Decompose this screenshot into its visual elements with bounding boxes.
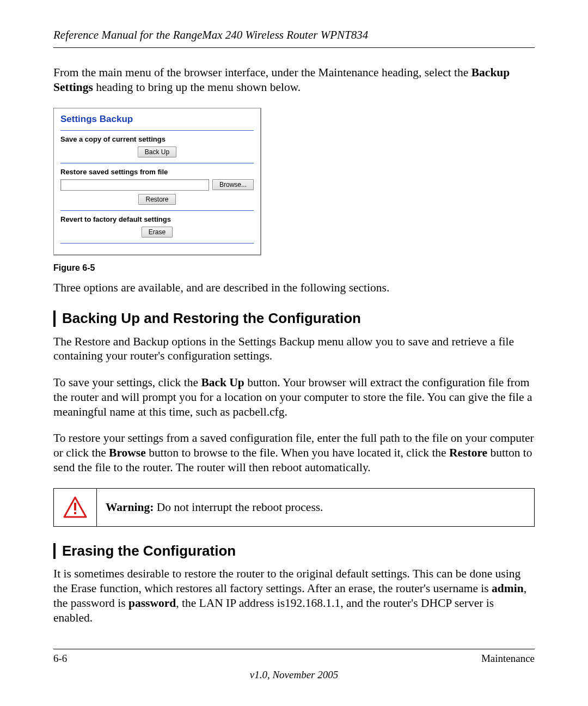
warning-text: Warning: Do not interrupt the reboot pro… (97, 489, 534, 526)
s1p3-b: button to browse to the file. When you h… (146, 446, 449, 459)
s2p1-bold1: admin (492, 582, 524, 595)
intro-paragraph: From the main menu of the browser interf… (53, 65, 535, 95)
restore-file-input[interactable] (60, 179, 209, 191)
panel-sep-1 (60, 130, 254, 131)
figure-label: Figure 6-5 (53, 263, 535, 273)
s2p1-bold2: password (128, 597, 176, 610)
backup-button[interactable]: Back Up (138, 147, 176, 157)
s1p3-bold1: Browse (109, 446, 146, 459)
section1-p1: The Restore and Backup options in the Se… (53, 334, 535, 364)
restore-button[interactable]: Restore (138, 194, 175, 205)
page-footer: 6-6 Maintenance v1.0, November 2005 (53, 649, 535, 681)
section1-p3: To restore your settings from a saved co… (53, 431, 535, 475)
section1-title: Backing Up and Restoring the Configurati… (62, 311, 361, 327)
page-number: 6-6 (53, 653, 67, 665)
warning-box: Warning: Do not interrupt the reboot pro… (53, 488, 535, 527)
s2p1-a: It is sometimes desirable to restore the… (53, 567, 520, 595)
header-rule (53, 47, 535, 48)
section-bar-2 (53, 543, 56, 559)
panel-sep-2 (60, 163, 254, 163)
running-head: Reference Manual for the RangeMax 240 Wi… (53, 28, 535, 42)
settings-backup-panel: Settings Backup Save a copy of current s… (53, 108, 261, 255)
warning-body: Do not interrupt the reboot process. (154, 501, 323, 514)
erase-button[interactable]: Erase (142, 227, 173, 238)
panel-title: Settings Backup (60, 114, 254, 125)
warning-label: Warning: (106, 501, 154, 514)
s1p2-bold: Back Up (201, 376, 244, 389)
revert-label: Revert to factory default settings (60, 215, 254, 223)
svg-rect-1 (74, 503, 76, 510)
s1p3-bold2: Restore (449, 446, 487, 459)
warning-icon (63, 496, 87, 518)
save-copy-label: Save a copy of current settings (60, 135, 254, 143)
section1-p2: To save your settings, click the Back Up… (53, 375, 535, 419)
warning-icon-cell (54, 489, 97, 526)
panel-sep-4 (60, 243, 254, 244)
intro-post: heading to bring up the menu shown below… (93, 81, 301, 94)
browse-button[interactable]: Browse... (212, 179, 254, 190)
restore-label: Restore saved settings from file (60, 168, 254, 176)
panel-sep-3 (60, 210, 254, 211)
after-figure-text: Three options are available, and are des… (53, 281, 535, 295)
chapter-name: Maintenance (481, 653, 535, 665)
svg-rect-2 (74, 512, 76, 514)
footer-rule (53, 649, 535, 649)
s1p2-a: To save your settings, click the (53, 376, 201, 389)
doc-version: v1.0, November 2005 (53, 669, 535, 681)
section-bar-1 (53, 311, 56, 327)
intro-pre: From the main menu of the browser interf… (53, 66, 471, 79)
section2-p1: It is sometimes desirable to restore the… (53, 567, 535, 625)
section2-title: Erasing the Configuration (62, 543, 236, 559)
